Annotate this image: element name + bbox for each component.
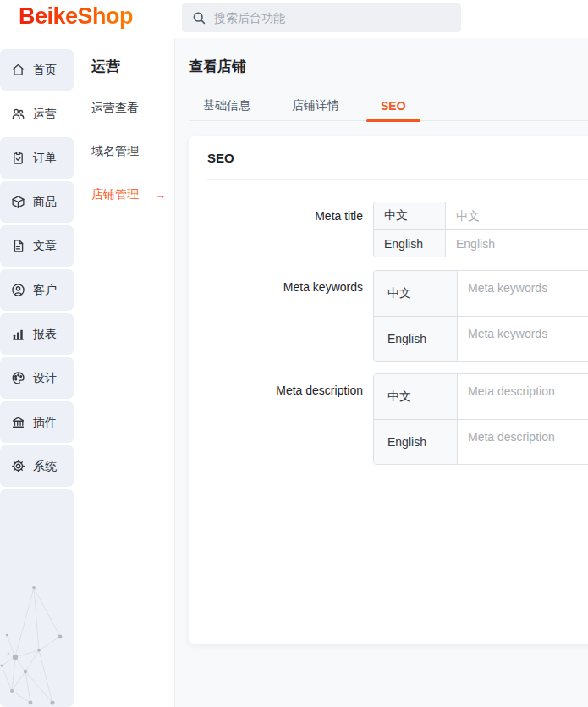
lang-label-zh: 中文 bbox=[374, 271, 458, 316]
lang-row-en: English bbox=[374, 316, 588, 361]
search-icon bbox=[192, 11, 206, 25]
sidebar-item-design[interactable]: 设计 bbox=[0, 357, 74, 399]
sidebar-item-label: 首页 bbox=[33, 63, 57, 78]
system-icon bbox=[11, 459, 25, 473]
submenu-title: 运营 bbox=[91, 57, 174, 76]
seo-card: SEO Meta title 中文 English bbox=[189, 136, 588, 644]
meta-keywords-en-textarea[interactable] bbox=[458, 317, 588, 361]
sidebar-item-products[interactable]: 商品 bbox=[0, 181, 74, 223]
sidebar-item-operations[interactable]: 运营 bbox=[0, 93, 74, 135]
sidebar-item-label: 设计 bbox=[33, 371, 57, 386]
sidebar-item-home[interactable]: 首页 bbox=[0, 49, 74, 91]
lang-row-zh: 中文 bbox=[374, 374, 588, 419]
seo-form: Meta title 中文 English bbox=[189, 180, 588, 465]
lang-label-en: English bbox=[374, 420, 458, 464]
sidebar-item-plugins[interactable]: 插件 bbox=[0, 401, 74, 443]
lang-row-zh: 中文 bbox=[374, 202, 588, 229]
lang-label-zh: 中文 bbox=[374, 202, 446, 229]
lang-row-en: English bbox=[374, 419, 588, 464]
search-input[interactable] bbox=[214, 11, 451, 25]
field-meta-description: Meta description 中文 English bbox=[189, 373, 588, 465]
meta-description-group: 中文 English bbox=[373, 373, 588, 465]
submenu-item-store-management[interactable]: 店铺管理 → bbox=[91, 187, 166, 202]
orders-icon bbox=[11, 151, 25, 165]
sidebar-item-label: 商品 bbox=[33, 195, 57, 210]
sidebar-item-label: 报表 bbox=[33, 327, 57, 342]
submenu-list: 运营查看 域名管理 店铺管理 → bbox=[91, 101, 174, 202]
meta-description-zh-textarea[interactable] bbox=[458, 374, 588, 419]
page-title: 查看店铺 bbox=[189, 57, 588, 76]
meta-title-label: Meta title bbox=[189, 202, 363, 223]
sidebar-item-label: 客户 bbox=[33, 283, 57, 298]
sidebar-item-orders[interactable]: 订单 bbox=[0, 137, 74, 179]
main-content: 查看店铺 基础信息 店铺详情 SEO SEO Meta title 中文 bbox=[175, 38, 588, 707]
submenu-item-label: 域名管理 bbox=[91, 144, 139, 159]
lang-label-en: English bbox=[374, 230, 446, 257]
sidebar-item-articles[interactable]: 文章 bbox=[0, 225, 74, 267]
submenu-item-label: 店铺管理 bbox=[91, 187, 139, 202]
meta-title-zh-input[interactable] bbox=[446, 202, 588, 229]
admin-search[interactable] bbox=[182, 3, 461, 32]
field-meta-title: Meta title 中文 English bbox=[189, 202, 588, 257]
sidebar-item-label: 运营 bbox=[33, 107, 57, 122]
lang-row-zh: 中文 bbox=[374, 271, 588, 316]
top-header: BeikeShop bbox=[0, 0, 588, 38]
meta-title-group: 中文 English bbox=[373, 202, 588, 257]
articles-icon bbox=[11, 239, 25, 253]
tab-basic-info[interactable]: 基础信息 bbox=[189, 91, 265, 120]
customers-icon bbox=[11, 283, 25, 297]
sidebar-item-customers[interactable]: 客户 bbox=[0, 269, 74, 311]
reports-icon bbox=[11, 327, 25, 341]
submenu-item-domain-management[interactable]: 域名管理 bbox=[91, 144, 166, 159]
meta-title-en-input[interactable] bbox=[446, 230, 588, 257]
field-meta-keywords: Meta keywords 中文 English bbox=[189, 270, 588, 362]
primary-sidebar: 首页 运营 订单 商品 文章 客户 bbox=[0, 38, 74, 707]
store-tabs: 基础信息 店铺详情 SEO bbox=[189, 91, 588, 121]
meta-keywords-zh-textarea[interactable] bbox=[458, 271, 588, 316]
tab-seo[interactable]: SEO bbox=[366, 91, 420, 120]
sidebar-item-label: 文章 bbox=[33, 239, 57, 254]
card-title: SEO bbox=[207, 136, 588, 180]
sidebar-item-label: 插件 bbox=[33, 415, 57, 430]
submenu-item-label: 运营查看 bbox=[91, 101, 139, 116]
beikeshop-logo[interactable]: BeikeShop bbox=[19, 3, 133, 30]
plugins-icon bbox=[11, 415, 25, 429]
constellation-graphic bbox=[0, 576, 74, 707]
home-icon bbox=[11, 63, 25, 77]
sidebar-item-label: 订单 bbox=[33, 151, 57, 166]
sidebar-item-system[interactable]: 系统 bbox=[0, 445, 74, 487]
lang-label-zh: 中文 bbox=[374, 374, 458, 419]
tab-store-details[interactable]: 店铺详情 bbox=[278, 91, 354, 120]
meta-description-en-textarea[interactable] bbox=[458, 420, 588, 464]
meta-keywords-label: Meta keywords bbox=[189, 270, 363, 294]
sidebar-item-label: 系统 bbox=[33, 459, 57, 474]
design-icon bbox=[11, 371, 25, 385]
meta-keywords-group: 中文 English bbox=[373, 270, 588, 362]
products-icon bbox=[11, 195, 25, 209]
lang-label-en: English bbox=[374, 317, 458, 361]
sidebar-decoration bbox=[0, 489, 74, 707]
submenu-item-operations-view[interactable]: 运营查看 bbox=[91, 101, 166, 116]
operations-submenu: 运营 运营查看 域名管理 店铺管理 → bbox=[74, 38, 175, 707]
operations-icon bbox=[11, 107, 25, 121]
sidebar-item-reports[interactable]: 报表 bbox=[0, 313, 74, 355]
meta-description-label: Meta description bbox=[189, 373, 363, 397]
active-arrow-icon: → bbox=[155, 189, 166, 202]
lang-row-en: English bbox=[374, 229, 588, 257]
